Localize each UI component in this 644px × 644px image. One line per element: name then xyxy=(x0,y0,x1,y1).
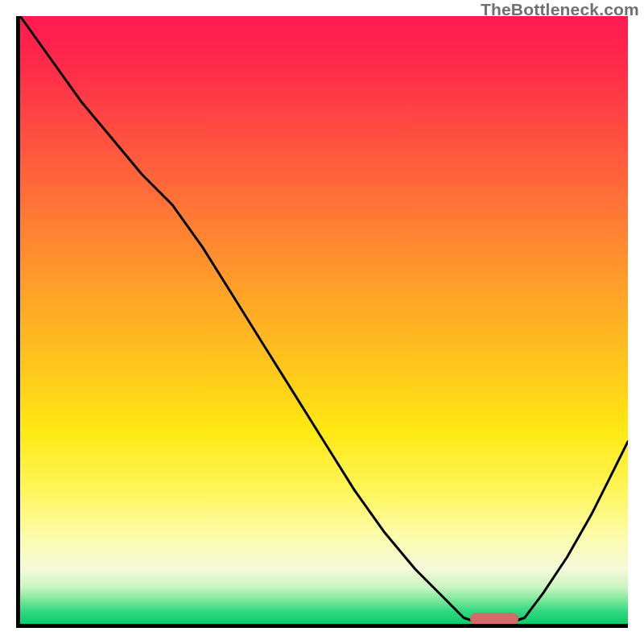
plot-area xyxy=(16,16,628,628)
optimal-marker xyxy=(470,613,518,625)
curve-layer xyxy=(20,16,628,624)
bottleneck-chart: TheBottleneck.com xyxy=(0,0,644,644)
bottleneck-curve xyxy=(20,16,628,624)
